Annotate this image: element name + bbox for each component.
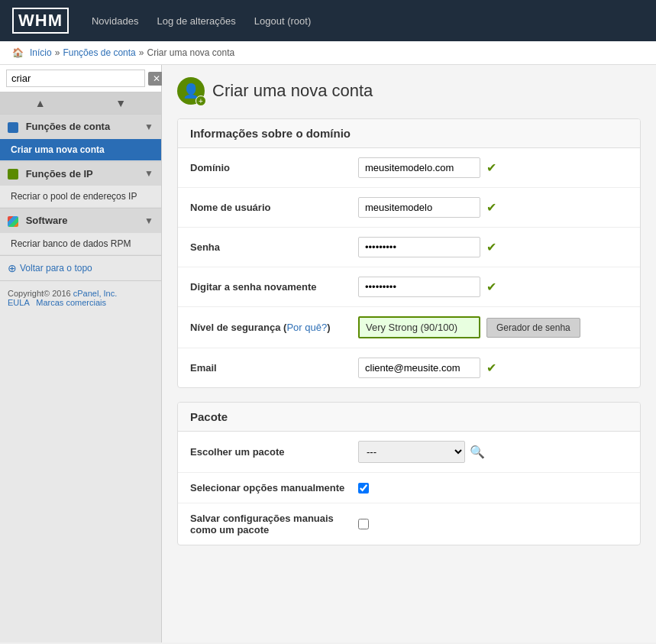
input-senha[interactable] (358, 237, 480, 257)
label-nivel-seguranca: Nível de segurança (Por quê?) (190, 322, 358, 333)
form-row-nivel-seguranca: Nível de segurança (Por quê?) Gerador de… (178, 307, 640, 348)
label-confirmar-senha: Digitar a senha novamente (190, 281, 358, 293)
main-layout: ✕ ▲ ▼ Funções de conta ▼ Criar uma nova … (0, 65, 656, 642)
nav-logout[interactable]: Logout (root) (254, 15, 311, 27)
form-row-selecionar-opcoes: Selecionar opções manualmente (178, 473, 640, 503)
breadcrumb-home[interactable]: Início (30, 47, 52, 58)
back-to-top-label: Voltar para o topo (20, 263, 92, 273)
sidebar-section-header-funcoes-conta[interactable]: Funções de conta ▼ (0, 115, 161, 139)
form-row-email: Email ✔ (178, 348, 640, 387)
label-dominio: Domínio (190, 162, 358, 173)
home-icon: 🏠 (12, 47, 24, 58)
control-escolher-pacote: --- 🔍 (358, 441, 485, 463)
label-nome-usuario: Nome de usuário (190, 202, 358, 213)
form-row-senha: Senha ✔ (178, 228, 640, 267)
breadcrumb-current: Criar uma nova conta (147, 47, 234, 58)
label-selecionar-opcoes: Selecionar opções manualmente (190, 482, 358, 494)
gerador-senha-button[interactable]: Gerador de senha (486, 318, 580, 338)
funcoes-ip-icon (8, 169, 18, 180)
page-title-wrap: + Criar uma nova conta (177, 77, 641, 105)
funcoes-conta-label: Funções de conta (26, 121, 111, 132)
control-selecionar-opcoes (358, 483, 369, 494)
input-email[interactable] (358, 358, 480, 378)
valid-icon-confirmar-senha: ✔ (486, 280, 496, 294)
nav-log-alteracoes[interactable]: Log de alterações (157, 15, 235, 27)
por-que-link[interactable]: Por quê? (286, 322, 327, 333)
control-email: ✔ (358, 358, 496, 378)
breadcrumb-funcoes-conta[interactable]: Funções de conta (63, 47, 135, 58)
copyright-text: Copyright© 2016 (8, 289, 71, 298)
label-escolher-pacote: Escolher um pacote (190, 446, 358, 458)
main-content: + Criar uma nova conta Informações sobre… (162, 65, 656, 642)
breadcrumb: 🏠 Início » Funções de conta » Criar uma … (0, 41, 656, 65)
input-nome-usuario[interactable] (358, 197, 480, 218)
back-to-top[interactable]: ⊕ Voltar para o topo (0, 256, 161, 281)
sidebar-section-funcoes-conta: Funções de conta ▼ Criar uma nova conta (0, 115, 161, 162)
sidebar-footer: Copyright© 2016 cPanel, Inc. EULA Marcas… (0, 281, 161, 315)
select-pacote[interactable]: --- (358, 441, 465, 463)
plus-badge-icon: + (196, 95, 206, 106)
sidebar-item-criar-nova-conta[interactable]: Criar uma nova conta (0, 139, 161, 161)
form-row-dominio: Domínio ✔ (178, 148, 640, 188)
search-bar: ✕ (0, 65, 161, 92)
funcoes-ip-arrow: ▼ (144, 168, 153, 179)
search-pacote-button[interactable]: 🔍 (470, 445, 485, 459)
input-dominio[interactable] (358, 157, 480, 178)
valid-icon-email: ✔ (486, 361, 496, 375)
sidebar: ✕ ▲ ▼ Funções de conta ▼ Criar uma nova … (0, 65, 162, 642)
top-nav: WHM Novidades Log de alterações Logout (… (0, 0, 656, 41)
search-input[interactable] (6, 70, 145, 87)
control-salvar-configuracoes (358, 519, 369, 529)
control-nome-usuario: ✔ (358, 197, 496, 218)
form-row-salvar-configuracoes: Salvar configurações manuais como um pac… (178, 503, 640, 545)
control-nivel-seguranca: Gerador de senha (358, 316, 580, 338)
marcas-link[interactable]: Marcas comerciais (36, 298, 106, 307)
domain-info-card: Informações sobre o domínio Domínio ✔ No… (177, 118, 641, 388)
sidebar-item-recriar-pool[interactable]: Recriar o pool de endereços IP (0, 186, 161, 208)
valid-icon-senha: ✔ (486, 240, 496, 254)
scroll-down-button[interactable]: ▼ (81, 92, 162, 114)
sidebar-section-header-funcoes-ip[interactable]: Funções de IP ▼ (0, 162, 161, 186)
input-nivel-seguranca (358, 316, 480, 338)
checkbox-salvar-configuracoes[interactable] (358, 519, 369, 529)
valid-icon-dominio: ✔ (486, 160, 496, 175)
valid-icon-nome-usuario: ✔ (486, 200, 496, 215)
software-arrow: ▼ (144, 215, 153, 226)
funcoes-conta-icon (8, 122, 18, 133)
control-confirmar-senha: ✔ (358, 277, 496, 297)
form-row-escolher-pacote: Escolher um pacote --- 🔍 (178, 432, 640, 473)
nav-novidades[interactable]: Novidades (92, 15, 138, 27)
package-header: Pacote (178, 403, 640, 432)
page-title: Criar uma nova conta (212, 81, 373, 101)
form-row-confirmar-senha: Digitar a senha novamente ✔ (178, 267, 640, 307)
funcoes-conta-arrow: ▼ (144, 121, 153, 132)
app-logo: WHM (12, 8, 69, 34)
label-senha: Senha (190, 241, 358, 253)
sidebar-section-funcoes-ip: Funções de IP ▼ Recriar o pool de endere… (0, 162, 161, 209)
control-senha: ✔ (358, 237, 496, 257)
label-email: Email (190, 362, 358, 374)
funcoes-ip-label: Funções de IP (26, 168, 93, 180)
scroll-buttons: ▲ ▼ (0, 92, 161, 115)
form-row-nome-usuario: Nome de usuário ✔ (178, 188, 640, 228)
software-icon (8, 216, 18, 227)
breadcrumb-sep1: » (55, 47, 60, 58)
software-label: Software (26, 215, 68, 226)
checkbox-selecionar-opcoes[interactable] (358, 483, 369, 494)
sidebar-section-software: Software ▼ Recriar banco de dados RPM (0, 209, 161, 256)
control-dominio: ✔ (358, 157, 496, 178)
eula-link[interactable]: EULA (8, 298, 29, 307)
input-confirmar-senha[interactable] (358, 277, 480, 297)
domain-info-header: Informações sobre o domínio (178, 119, 640, 148)
back-to-top-icon: ⊕ (8, 262, 17, 274)
label-salvar-configuracoes: Salvar configurações manuais como um pac… (190, 513, 358, 536)
cpanel-link[interactable]: cPanel, Inc. (73, 289, 117, 298)
sidebar-item-recriar-banco[interactable]: Recriar banco de dados RPM (0, 233, 161, 255)
scroll-up-button[interactable]: ▲ (0, 92, 81, 114)
package-card: Pacote Escolher um pacote --- 🔍 Selecion… (177, 402, 641, 545)
page-title-icon: + (177, 77, 205, 105)
breadcrumb-sep2: » (139, 47, 144, 58)
sidebar-section-header-software[interactable]: Software ▼ (0, 209, 161, 233)
